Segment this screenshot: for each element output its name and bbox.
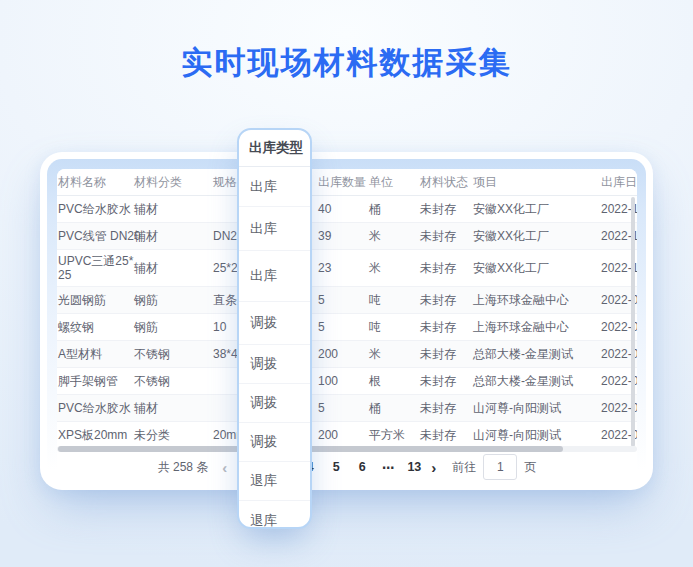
cell-unit: 米: [369, 260, 420, 277]
outbound-type-cell: 出库: [239, 251, 310, 302]
table-header-row: 材料名称材料分类规格型号出库数量单位材料状态项目出库日期: [57, 169, 637, 196]
cell-status: 未封存: [420, 319, 473, 336]
materials-table-card: 材料名称材料分类规格型号出库数量单位材料状态项目出库日期 PVC给水胶水辅材40…: [40, 152, 653, 490]
cell-name: PVC给水胶水: [57, 201, 134, 218]
outbound-type-column-header: 出库类型: [239, 130, 310, 167]
cell-status: 未封存: [420, 373, 473, 390]
cell-name: A型材料: [57, 346, 134, 363]
table-row[interactable]: 螺纹钢钢筋105吨未封存上海环球金融中心2022-09: [57, 314, 637, 341]
cell-qty: 23: [318, 261, 369, 275]
cell-status: 未封存: [420, 400, 473, 417]
cell-qty: 5: [318, 293, 369, 307]
cell-category: 不锈钢: [134, 373, 213, 390]
cell-qty: 200: [318, 428, 369, 442]
cell-unit: 平方米: [369, 427, 420, 444]
page-6-button[interactable]: 6: [349, 460, 375, 474]
cell-qty: 100: [318, 374, 369, 388]
vertical-scrollbar[interactable]: [631, 197, 635, 447]
cell-unit: 米: [369, 228, 420, 245]
cell-status: 未封存: [420, 260, 473, 277]
outbound-type-cell: 调拨: [239, 384, 310, 423]
cell-category: 辅材: [134, 400, 213, 417]
cell-project: 上海环球金融中心: [473, 319, 601, 336]
cell-qty: 200: [318, 347, 369, 361]
table-row[interactable]: UPVC三通25*25辅材25*2523米未封存安徽XX化工厂2022-10: [57, 250, 637, 287]
cell-status: 未封存: [420, 201, 473, 218]
cell-category: 钢筋: [134, 292, 213, 309]
column-header-unit: 单位: [369, 174, 420, 191]
page-number-list: 456⋯13: [297, 460, 427, 475]
cell-category: 不锈钢: [134, 346, 213, 363]
column-header-qty: 出库数量: [318, 174, 369, 191]
cell-qty: 5: [318, 320, 369, 334]
cell-name: 脚手架钢管: [57, 373, 134, 390]
table-row[interactable]: XPS板20mm未分类20mm200平方米未封存山河尊-向阳测试2022-08: [57, 422, 637, 449]
cell-project: 山河尊-向阳测试: [473, 400, 601, 417]
table-row[interactable]: PVC线管 DN20辅材DN2039米未封存安徽XX化工厂2022-10: [57, 223, 637, 250]
cell-project: 安徽XX化工厂: [473, 228, 601, 245]
cell-unit: 根: [369, 373, 420, 390]
next-page-icon[interactable]: ›: [431, 459, 436, 476]
table-body: PVC给水胶水辅材40桶未封存安徽XX化工厂2022-10PVC线管 DN20辅…: [57, 196, 637, 449]
page-title: 实时现场材料数据采集: [0, 42, 693, 84]
cell-project: 安徽XX化工厂: [473, 260, 601, 277]
outbound-type-cell: 调拨: [239, 302, 310, 345]
cell-name: PVC线管 DN20: [57, 228, 134, 245]
cell-project: 总部大楼-金星测试: [473, 346, 601, 363]
outbound-type-cell: 调拨: [239, 345, 310, 384]
page-5-button[interactable]: 5: [323, 460, 349, 474]
table-area: 材料名称材料分类规格型号出库数量单位材料状态项目出库日期 PVC给水胶水辅材40…: [57, 169, 637, 480]
outbound-type-cell: 调拨: [239, 423, 310, 462]
cell-name: UPVC三通25*25: [57, 254, 134, 282]
outbound-type-cell: 退库: [239, 462, 310, 501]
cell-project: 总部大楼-金星测试: [473, 373, 601, 390]
column-header-status: 材料状态: [420, 174, 473, 191]
cell-category: 未分类: [134, 427, 213, 444]
table-row[interactable]: PVC给水胶水辅材5桶未封存山河尊-向阳测试2022-08: [57, 395, 637, 422]
pagination-bar: 共 258 条 ‹ 456⋯13 › 前往 页: [57, 454, 637, 480]
cell-name: 光圆钢筋: [57, 292, 134, 309]
table-row[interactable]: 光圆钢筋钢筋直条15吨未封存上海环球金融中心2022-09: [57, 287, 637, 314]
cell-unit: 吨: [369, 292, 420, 309]
cell-project: 安徽XX化工厂: [473, 201, 601, 218]
horizontal-scrollbar[interactable]: [57, 446, 637, 452]
outbound-type-cell: 出库: [239, 167, 310, 207]
cell-unit: 桶: [369, 400, 420, 417]
page-background: 实时现场材料数据采集 材料名称材料分类规格型号出库数量单位材料状态项目出库日期 …: [0, 0, 693, 567]
jumper-prefix-label: 前往: [452, 459, 476, 476]
outbound-type-floating-column[interactable]: 出库类型 出库出库出库调拨调拨调拨调拨退库退库: [237, 128, 312, 529]
page-13-button[interactable]: 13: [401, 460, 427, 474]
cell-category: 钢筋: [134, 319, 213, 336]
table-row[interactable]: A型材料不锈钢38*42200米未封存总部大楼-金星测试2022-09: [57, 341, 637, 368]
cell-name: XPS板20mm: [57, 427, 134, 444]
cell-project: 上海环球金融中心: [473, 292, 601, 309]
cell-unit: 吨: [369, 319, 420, 336]
column-header-date: 出库日期: [601, 174, 637, 191]
card-frame: 材料名称材料分类规格型号出库数量单位材料状态项目出库日期 PVC给水胶水辅材40…: [47, 159, 646, 483]
cell-status: 未封存: [420, 346, 473, 363]
more-pages-button[interactable]: ⋯: [375, 460, 401, 475]
cell-name: 螺纹钢: [57, 319, 134, 336]
table-row[interactable]: PVC给水胶水辅材40桶未封存安徽XX化工厂2022-10: [57, 196, 637, 223]
page-jump-input[interactable]: [483, 454, 517, 480]
total-count-label: 共 258 条: [158, 459, 209, 476]
cell-qty: 40: [318, 202, 369, 216]
cell-unit: 米: [369, 346, 420, 363]
cell-name: PVC给水胶水: [57, 400, 134, 417]
column-header-name: 材料名称: [57, 174, 134, 191]
cell-status: 未封存: [420, 427, 473, 444]
cell-qty: 39: [318, 229, 369, 243]
outbound-type-cell: 退库: [239, 501, 310, 529]
cell-status: 未封存: [420, 228, 473, 245]
outbound-type-cell: 出库: [239, 207, 310, 251]
cell-category: 辅材: [134, 228, 213, 245]
cell-unit: 桶: [369, 201, 420, 218]
jumper-suffix-label: 页: [524, 459, 536, 476]
outbound-type-column-cells: 出库出库出库调拨调拨调拨调拨退库退库: [239, 167, 310, 529]
cell-status: 未封存: [420, 292, 473, 309]
cell-category: 辅材: [134, 260, 213, 277]
table-row[interactable]: 脚手架钢管不锈钢100根未封存总部大楼-金星测试2022-09: [57, 368, 637, 395]
cell-category: 辅材: [134, 201, 213, 218]
cell-project: 山河尊-向阳测试: [473, 427, 601, 444]
column-header-category: 材料分类: [134, 174, 213, 191]
